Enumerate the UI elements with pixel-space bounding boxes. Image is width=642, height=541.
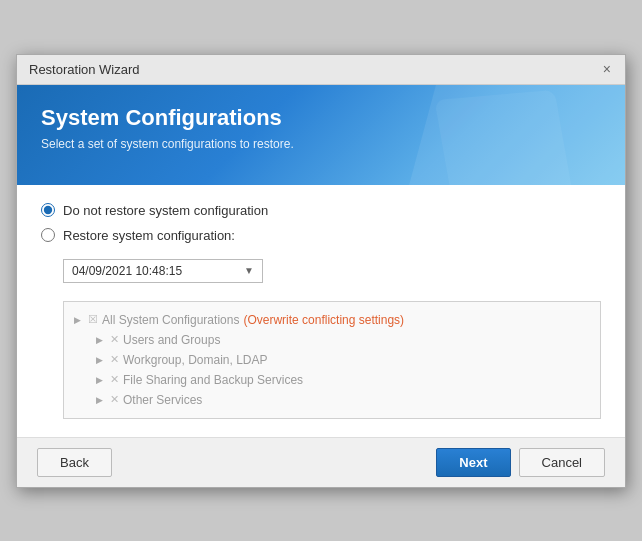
page-subtitle: Select a set of system configurations to…	[41, 137, 601, 151]
footer-right-buttons: Next Cancel	[436, 448, 605, 477]
header-banner: System Configurations Select a set of sy…	[17, 85, 625, 185]
date-dropdown[interactable]: 04/09/2021 10:48:15 ▼	[63, 259, 263, 283]
footer: Back Next Cancel	[17, 437, 625, 487]
tree-root-item: ▶ ☒ All System Configurations (Overwrite…	[68, 310, 596, 330]
tree-item-users-label: Users and Groups	[123, 333, 220, 347]
close-button[interactable]: ×	[601, 62, 613, 76]
radio-no-restore-label[interactable]: Do not restore system configuration	[63, 203, 268, 218]
tree-root-label: All System Configurations	[102, 313, 239, 327]
tree-item-filesharing-label: File Sharing and Backup Services	[123, 373, 303, 387]
tree-item-other-label: Other Services	[123, 393, 202, 407]
restoration-wizard-dialog: Restoration Wizard × System Configuratio…	[16, 54, 626, 488]
radio-option-2-row: Restore system configuration:	[41, 228, 601, 243]
tree-item-workgroup: ▶ ✕ Workgroup, Domain, LDAP	[90, 350, 596, 370]
tree-child-icon-4: ✕	[110, 393, 119, 406]
radio-option-1-row: Do not restore system configuration	[41, 203, 601, 218]
config-tree: ▶ ☒ All System Configurations (Overwrite…	[63, 301, 601, 419]
tree-item-other: ▶ ✕ Other Services	[90, 390, 596, 410]
tree-child-expand-icon-3[interactable]: ▶	[96, 375, 106, 385]
tree-child-icon-1: ✕	[110, 333, 119, 346]
radio-restore[interactable]	[41, 228, 55, 242]
cancel-button[interactable]: Cancel	[519, 448, 605, 477]
chevron-down-icon: ▼	[244, 265, 254, 276]
tree-checkbox-icon[interactable]: ☒	[88, 313, 98, 326]
back-button[interactable]: Back	[37, 448, 112, 477]
tree-expand-icon[interactable]: ▶	[74, 315, 84, 325]
radio-group: Do not restore system configuration Rest…	[41, 203, 601, 419]
tree-child-expand-icon-4[interactable]: ▶	[96, 395, 106, 405]
tree-item-workgroup-label: Workgroup, Domain, LDAP	[123, 353, 268, 367]
tree-child-expand-icon-2[interactable]: ▶	[96, 355, 106, 365]
tree-item-users: ▶ ✕ Users and Groups	[90, 330, 596, 350]
title-bar: Restoration Wizard ×	[17, 55, 625, 85]
radio-no-restore[interactable]	[41, 203, 55, 217]
tree-child-expand-icon-1[interactable]: ▶	[96, 335, 106, 345]
dialog-title: Restoration Wizard	[29, 62, 140, 77]
tree-children: ▶ ✕ Users and Groups ▶ ✕ Workgroup, Doma…	[68, 330, 596, 410]
tree-item-filesharing: ▶ ✕ File Sharing and Backup Services	[90, 370, 596, 390]
tree-child-icon-3: ✕	[110, 373, 119, 386]
dropdown-row: 04/09/2021 10:48:15 ▼	[63, 259, 601, 283]
next-button[interactable]: Next	[436, 448, 510, 477]
tree-overwrite-label: (Overwrite conflicting settings)	[243, 313, 404, 327]
content-area: Do not restore system configuration Rest…	[17, 185, 625, 437]
page-title: System Configurations	[41, 105, 601, 131]
radio-restore-label[interactable]: Restore system configuration:	[63, 228, 235, 243]
dropdown-value: 04/09/2021 10:48:15	[72, 264, 182, 278]
tree-child-icon-2: ✕	[110, 353, 119, 366]
